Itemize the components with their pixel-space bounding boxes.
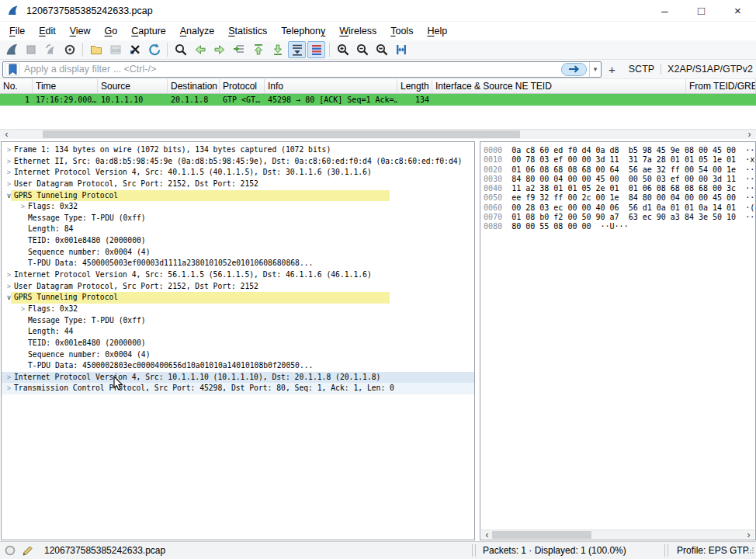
minimize-button[interactable]: – [647, 0, 683, 21]
detail-line[interactable]: Sequence number: 0x0004 (4) [2, 247, 474, 259]
collapse-chevron-icon[interactable]: ∨ [4, 190, 14, 202]
expand-chevron-icon[interactable]: > [18, 201, 28, 213]
menu-file[interactable]: File [2, 23, 32, 39]
colorize-toggle[interactable] [307, 41, 325, 58]
detail-line[interactable]: >Internet Protocol Version 4, Src: 10.1.… [2, 372, 474, 384]
display-filter-input[interactable]: ▾ [2, 61, 602, 78]
hex-row[interactable]: 0020 01 06 08 68 08 68 00 64 56 ae 32 ff… [484, 165, 755, 175]
hex-row[interactable]: 0070 01 08 b0 f2 00 50 90 a7 63 ec 90 a3… [484, 213, 755, 222]
hex-row[interactable]: 0030 84 80 00 04 00 00 45 00 00 50 03 ef… [484, 175, 755, 184]
maximize-button[interactable]: □ [683, 0, 720, 21]
detail-line[interactable]: >Flags: 0x32 [2, 201, 474, 213]
detail-line[interactable]: >Internet Protocol Version 4, Src: 40.1.… [2, 167, 474, 179]
packet-list-hscrollbar[interactable]: ‹ › [0, 129, 756, 139]
column-header-from-teid-gre-ke[interactable]: From TEID/GRE Ke [686, 79, 756, 93]
menu-telephony[interactable]: Telephony [274, 23, 332, 39]
expand-chevron-icon[interactable]: > [4, 167, 14, 179]
menu-tools[interactable]: Tools [383, 23, 420, 39]
close-button[interactable]: × [720, 0, 756, 21]
resize-columns-button[interactable] [392, 41, 410, 58]
column-header-destination[interactable]: Destination [168, 79, 220, 93]
detail-line[interactable]: TEID: 0x001e8480 (2000000) [2, 235, 474, 247]
capture-options-button[interactable] [61, 41, 78, 58]
column-header-interface-source-ne-teid[interactable]: Interface & Source NE TEID [432, 79, 686, 93]
detail-line[interactable]: >User Datagram Protocol, Src Port: 2152,… [2, 281, 474, 293]
find-packet-button[interactable] [172, 41, 189, 58]
auto-scroll-toggle[interactable] [288, 41, 306, 58]
column-header-source[interactable]: Source [98, 79, 168, 93]
go-back-button[interactable] [191, 41, 209, 58]
stop-capture-button[interactable] [22, 41, 40, 58]
detail-line[interactable]: Sequence number: 0x0004 (4) [2, 349, 474, 361]
detail-line[interactable]: ∨GPRS Tunneling Protocol [2, 292, 474, 304]
filter-bookmark-icon[interactable] [5, 63, 20, 76]
hex-row[interactable]: 0060 00 28 03 ec 00 00 40 06 56 d1 0a 01… [484, 203, 755, 213]
filter-add-button[interactable]: + [602, 63, 622, 76]
detail-line[interactable]: >User Datagram Protocol, Src Port: 2152,… [2, 179, 474, 190]
detail-line[interactable]: Message Type: T-PDU (0xff) [2, 315, 474, 327]
menu-edit[interactable]: Edit [32, 23, 63, 39]
detail-line[interactable]: >Flags: 0x32 [2, 304, 474, 315]
open-file-button[interactable] [87, 41, 105, 58]
hex-row[interactable]: 0000 0a c8 60 ed f0 d4 0a d8 b5 98 45 9e… [484, 146, 755, 155]
column-header-info[interactable]: Info [265, 79, 397, 93]
expand-chevron-icon[interactable]: > [4, 383, 14, 394]
scroll-left-icon[interactable]: ‹ [1, 130, 12, 139]
scroll-left-icon[interactable]: ‹ [481, 530, 493, 540]
scroll-right-icon[interactable]: › [744, 130, 755, 139]
filter-shortcut-x2ap-s1ap-gtpv2[interactable]: X2AP/S1AP/GTPv2 [661, 64, 756, 75]
detail-line[interactable]: >Frame 1: 134 bytes on wire (1072 bits),… [2, 144, 474, 156]
filter-apply-button[interactable] [561, 63, 587, 76]
expand-chevron-icon[interactable]: > [4, 281, 14, 293]
expand-chevron-icon[interactable]: > [4, 156, 14, 168]
go-forward-button[interactable] [210, 41, 228, 58]
detail-line[interactable]: >Ethernet II, Src: 0a:d8:b5:98:45:9e (0a… [2, 156, 474, 168]
capture-comment-button[interactable] [22, 542, 33, 559]
display-filter-text[interactable] [23, 63, 561, 75]
scroll-right-icon[interactable]: › [743, 530, 754, 540]
go-to-packet-button[interactable] [230, 41, 248, 58]
detail-line[interactable]: T-PDU Data: 4500002803ec0000400656d10a01… [2, 360, 474, 372]
filter-dropdown-caret[interactable]: ▾ [589, 62, 601, 77]
expand-chevron-icon[interactable]: > [4, 372, 14, 384]
hex-hscroll-thumb[interactable] [492, 531, 591, 539]
detail-line[interactable]: >Internet Protocol Version 4, Src: 56.1.… [2, 269, 474, 281]
menu-wireless[interactable]: Wireless [332, 23, 383, 39]
hex-hscrollbar[interactable]: ‹ › [481, 529, 754, 539]
hex-row[interactable]: 0040 11 a2 38 01 01 05 2e 01 01 06 08 68… [484, 184, 755, 193]
detail-line[interactable]: TEID: 0x001e8480 (2000000) [2, 338, 474, 349]
menu-help[interactable]: Help [420, 23, 454, 39]
restart-capture-button[interactable] [41, 41, 59, 58]
expand-chevron-icon[interactable]: > [18, 304, 28, 315]
go-to-bottom-button[interactable] [269, 41, 286, 58]
menu-capture[interactable]: Capture [124, 23, 172, 39]
zoom-in-button[interactable] [334, 41, 352, 58]
hex-row[interactable]: 0010 00 78 03 ef 00 00 3d 11 31 7a 28 01… [484, 155, 755, 165]
menu-go[interactable]: Go [98, 23, 125, 39]
collapse-chevron-icon[interactable]: ∨ [4, 292, 14, 304]
menu-analyze[interactable]: Analyze [173, 23, 221, 39]
reload-file-button[interactable] [145, 41, 163, 58]
detail-line[interactable]: >Transmission Control Protocol, Src Port… [2, 383, 474, 394]
menu-statistics[interactable]: Statistics [221, 23, 274, 39]
expand-chevron-icon[interactable]: > [4, 144, 14, 156]
start-capture-button[interactable] [2, 41, 20, 58]
detail-line[interactable]: Length: 84 [2, 224, 474, 235]
detail-line[interactable]: Message Type: T-PDU (0xff) [2, 213, 474, 224]
menu-view[interactable]: View [63, 23, 98, 39]
packet-list-hscroll-thumb[interactable] [43, 130, 520, 138]
statusbar-profile[interactable]: Profile: EPS GTP [677, 542, 749, 559]
close-file-button[interactable] [126, 41, 144, 58]
go-to-top-button[interactable] [249, 41, 267, 58]
expand-chevron-icon[interactable]: > [4, 269, 14, 281]
column-header-protocol[interactable]: Protocol [220, 79, 265, 93]
resize-grip[interactable] [747, 542, 754, 559]
detail-line[interactable]: ∨GPRS Tunneling Protocol [2, 190, 474, 202]
packet-row-1[interactable]: 117:16:29.000…10.1.1.1020.1.1.8GTP <GT…4… [0, 94, 756, 106]
hex-row[interactable]: 0050 ee f9 32 ff 00 2c 00 1e 84 80 00 04… [484, 193, 755, 203]
zoom-out-button[interactable] [353, 41, 371, 58]
expand-chevron-icon[interactable]: > [4, 179, 14, 190]
detail-line[interactable]: Length: 44 [2, 326, 474, 338]
zoom-original-button[interactable] [373, 41, 390, 58]
expert-info-button[interactable] [5, 542, 16, 559]
